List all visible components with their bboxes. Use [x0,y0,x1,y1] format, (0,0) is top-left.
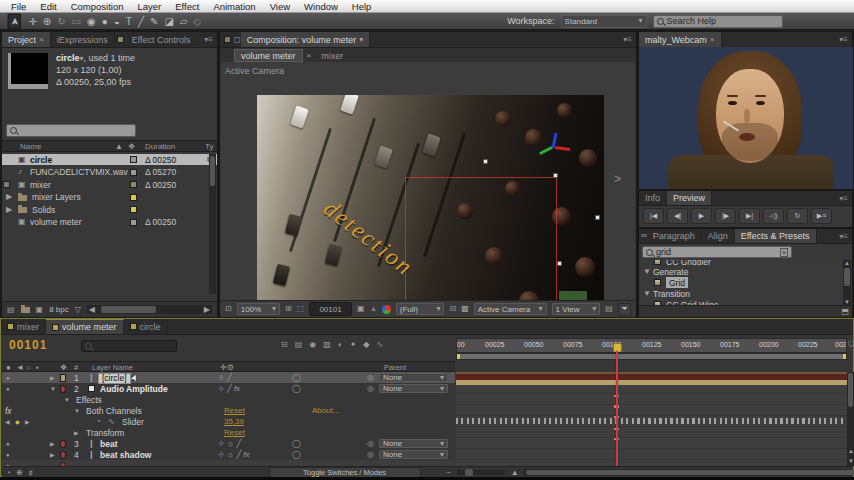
tab-info[interactable]: Info [639,191,667,205]
layer-row-audio-amplitude[interactable]: ● ▼ 2 Audio Amplitude ⊹ ╱ fx ◯ ◎ None ▾ [2,383,455,394]
type-tool-icon[interactable]: T [126,16,132,27]
axis-gizmo[interactable] [535,133,575,173]
pan-arrow-icon[interactable]: > [614,172,621,186]
about-link[interactable]: About... [312,405,340,416]
motion-blur-icon[interactable]: ◐ [338,340,343,349]
track-area[interactable] [456,372,847,466]
workspace-select[interactable]: Standard ▾ [561,15,647,28]
effects-group-row[interactable]: ▼ Effects [2,394,455,405]
tab-effects-presets[interactable]: Effects & Presets [735,229,817,243]
menu-effect[interactable]: Effect [168,1,206,12]
menu-edit[interactable]: Edit [33,1,63,12]
timeline-vscroll[interactable]: ▲ ▼ [847,372,854,466]
label-swatch[interactable] [130,219,137,226]
effects-search-input[interactable]: grid × [642,246,792,258]
stamp-tool-icon[interactable]: ✎ [150,16,158,27]
comp-tab-volume-meter[interactable]: volume meter [234,49,303,62]
expander-icon[interactable]: ▶ [6,192,12,203]
column-name[interactable]: Name [20,141,41,152]
expander-icon[interactable]: ▼ [50,383,56,394]
lock-icon[interactable]: ◻ [234,32,241,47]
scroll-right-icon[interactable]: ▶ [204,306,210,314]
label-chip[interactable] [60,374,66,382]
expander-icon[interactable]: ▶ [6,204,12,215]
new-preset-icon[interactable]: ⬒ [841,308,849,316]
expander-icon[interactable]: ▶ [74,427,79,438]
project-hscroll[interactable]: ◀ ▶ [87,305,212,314]
ram-preview-button[interactable]: ▶≡ [811,208,832,224]
panel-menu-icon[interactable]: ▾≡ [619,32,636,47]
tab-iexpressions[interactable]: iExpressions [51,32,115,47]
tab-preview[interactable]: Preview [667,191,712,205]
pickwhip-icon[interactable]: ◎ [367,438,374,449]
expand-modes-icon[interactable]: ♯ [29,468,33,477]
project-row-solids[interactable]: ▶ Solids [2,204,217,215]
work-area-end-handle[interactable] [843,354,846,359]
next-keyframe-icon[interactable]: ▶ [25,416,30,427]
eraser-tool-icon[interactable]: ◪ [164,16,173,27]
label-swatch[interactable] [130,194,137,201]
eye-icon[interactable]: ● [6,383,10,394]
interpret-footage-icon[interactable]: ▤ [7,306,15,314]
layer-row-beat-shadow[interactable]: ● ▶ 4 ❙ beat shadow ⊹ ☼ ╱ fx ◯ ◎ None ▾ [2,449,455,460]
hand-tool-icon[interactable]: ✛ [28,16,36,27]
timeline-tab-mixer[interactable]: mixer [1,319,46,334]
eye-icon[interactable]: ● [6,372,10,383]
add-keyframe-icon[interactable]: ◆ [15,416,20,427]
hide-shy-icon[interactable]: ◉ [309,340,316,349]
grid-options-icon[interactable]: ⊞ [285,305,292,313]
menu-file[interactable]: File [4,1,33,12]
tab-effect-controls[interactable]: Effect Controls [126,32,197,47]
expander-icon[interactable]: ▶ [50,372,55,383]
layer-name[interactable]: beat shadow [100,449,151,460]
slider-keyframes[interactable] [456,418,844,424]
label-column-icon[interactable]: ❖ [128,141,135,152]
parent-select[interactable]: None ▾ [379,439,448,448]
clear-search-icon[interactable]: × [780,248,788,257]
timeline-tab-volume-meter[interactable]: volume meter [46,319,124,334]
selection-tool-icon[interactable]: ➤ [8,13,21,29]
panel-menu-icon[interactable]: ▾≡ [200,32,217,47]
puppet-tool-icon[interactable]: ▱ [180,16,188,27]
panel-menu-icon[interactable]: ▾≡ [835,191,852,205]
close-icon[interactable]: × [710,36,715,44]
comp-marker-bin-icon[interactable]: ⛉ [848,341,854,349]
show-snapshot-icon[interactable]: ▲ [369,305,377,313]
project-row-wav[interactable]: ♪ FUNCADELICTVMIX.wav Δ 05270 [2,167,217,178]
work-area-start-handle[interactable] [457,354,460,359]
brush-tool-icon[interactable]: ╱ [138,16,144,27]
menu-animation[interactable]: Animation [206,1,262,12]
expander-icon[interactable]: ▶ [50,449,55,460]
menu-help[interactable]: Help [345,1,379,12]
pen-tool-icon[interactable]: ◒ [114,16,120,27]
work-area-bar[interactable] [456,353,847,360]
expand-layers-icon[interactable]: ◔ [6,468,11,477]
layer-bar-partial[interactable] [456,380,847,385]
reset-link[interactable]: Reset [224,405,245,416]
comp-window-tab[interactable]: Composition: volume meter ▾ [241,32,371,47]
view-layout-select[interactable]: 1 View ▾ [552,303,601,315]
comp-viewport[interactable]: Active Camera > [221,62,635,300]
timeline-button-icon[interactable]: ▤ [605,305,613,313]
flowchart-icon[interactable]: ⏷ [618,303,631,316]
tab-webcam[interactable]: malty_Webcam × [639,32,722,47]
scroll-left-icon[interactable]: ◀ [89,306,95,314]
layer-row-circle[interactable]: ● ▶ 1 ❙ [circle] ➤ ⊹ ╱ ◯ ◎ None ▾ [2,372,455,383]
play-button[interactable]: ▶ [691,208,712,224]
fx-badge-icon[interactable]: fx [5,405,12,416]
new-folder-icon[interactable] [21,307,30,313]
parent-select[interactable]: None ▾ [379,384,448,393]
effect-group-generate[interactable]: ▼ Generate [640,266,845,277]
label-chip[interactable] [60,385,66,393]
label-swatch[interactable] [130,181,137,188]
tab-project[interactable]: Project × [2,32,51,47]
resolution-select[interactable]: (Full) ▾ [396,303,445,315]
timeline-tab-circle[interactable]: circle [124,319,168,334]
stopwatch-icon[interactable]: ◔ [96,416,101,427]
project-scrollbar[interactable] [209,154,216,294]
playhead-line[interactable] [616,351,618,466]
expander-icon[interactable]: ▼ [64,394,70,405]
expander-icon[interactable]: ▼ [74,405,80,416]
delete-icon[interactable]: ▽ [75,306,81,314]
expander-icon[interactable]: ▶ [50,438,55,449]
